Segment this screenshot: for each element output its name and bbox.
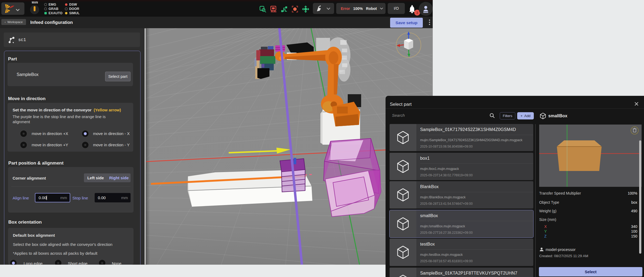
svg-text:move in direction +X: move in direction +X	[32, 131, 68, 136]
svg-text:move in direction - Y: move in direction - Y	[93, 143, 129, 147]
svg-text:None: None	[112, 261, 121, 265]
svg-text:GRAB: GRAB	[49, 7, 58, 11]
svg-text:move in direction +Y: move in direction +Y	[32, 143, 68, 147]
svg-text:DSW: DSW	[69, 3, 77, 6]
svg-text:DOOR: DOOR	[69, 7, 79, 11]
svg-text:3: 3	[416, 11, 418, 15]
svg-text:EXAUTO: EXAUTO	[49, 11, 62, 15]
svg-text:Short edge: Short edge	[68, 261, 87, 265]
svg-text:EMG: EMG	[49, 3, 56, 6]
svg-text:Long edge: Long edge	[24, 261, 43, 265]
svg-text:SIMUL: SIMUL	[69, 11, 80, 15]
svg-text:move in direction - X: move in direction - X	[93, 131, 130, 136]
